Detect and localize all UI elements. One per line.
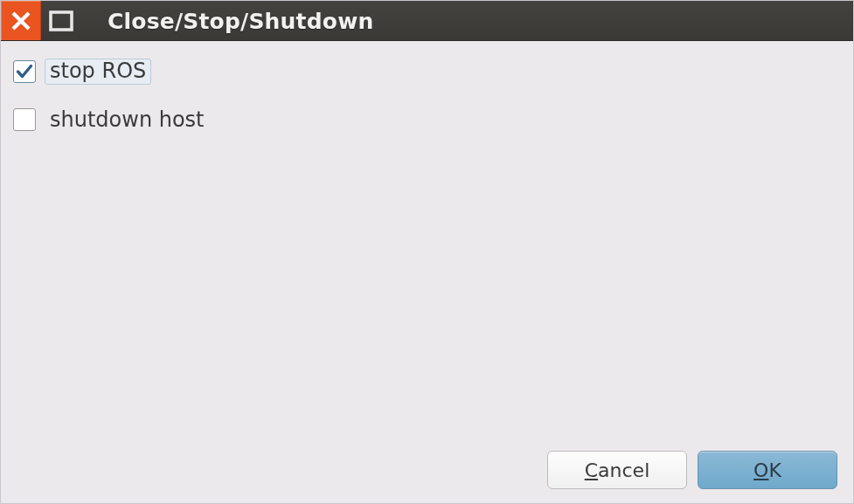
close-icon bbox=[9, 9, 33, 33]
titlebar: Close/Stop/Shutdown bbox=[1, 1, 853, 41]
titlebar-buttons bbox=[1, 1, 81, 41]
ok-button-label: OK bbox=[753, 459, 781, 481]
checkmark-icon bbox=[15, 62, 34, 81]
dialog-window: Close/Stop/Shutdown stop ROS shutdown ho… bbox=[0, 0, 854, 504]
window-title: Close/Stop/Shutdown bbox=[108, 9, 374, 34]
checkbox-stop-ros[interactable] bbox=[13, 60, 36, 83]
window-maximize-button[interactable] bbox=[41, 1, 81, 41]
cancel-button[interactable]: Cancel bbox=[547, 451, 687, 489]
dialog-button-row: Cancel OK bbox=[547, 451, 837, 489]
option-shutdown-host[interactable]: shutdown host bbox=[13, 102, 841, 139]
option-stop-ros[interactable]: stop ROS bbox=[13, 53, 841, 90]
window-close-button[interactable] bbox=[1, 1, 41, 41]
checkbox-shutdown-host[interactable] bbox=[13, 108, 36, 131]
ok-button[interactable]: OK bbox=[698, 451, 837, 489]
maximize-icon bbox=[48, 10, 74, 32]
svg-rect-2 bbox=[51, 12, 72, 30]
option-shutdown-host-label: shutdown host bbox=[45, 107, 210, 134]
checkbox-empty-icon bbox=[15, 110, 34, 129]
option-stop-ros-label: stop ROS bbox=[45, 59, 151, 85]
dialog-body: stop ROS shutdown host Cancel OK bbox=[1, 41, 853, 503]
cancel-button-label: Cancel bbox=[585, 459, 650, 481]
